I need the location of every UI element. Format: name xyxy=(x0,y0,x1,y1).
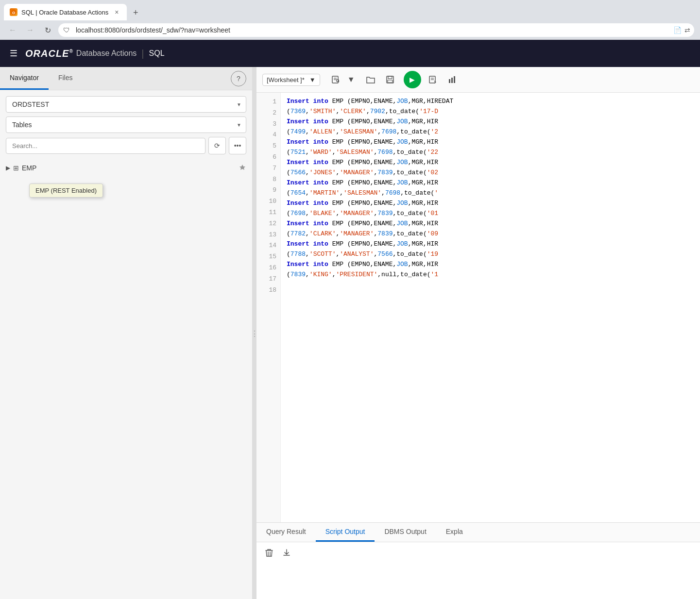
svg-rect-9 xyxy=(388,80,393,83)
toolbar-dropdown-arrow[interactable]: ▼ xyxy=(343,72,359,87)
new-tab-btn[interactable]: + xyxy=(129,6,142,19)
forward-btn[interactable]: → xyxy=(23,23,37,37)
oracle-registered-icon: ® xyxy=(69,49,73,54)
code-line: (7839,'KING','PRESIDENT',null,to_date('1 xyxy=(287,270,694,280)
code-line: Insert into EMP (EMPNO,ENAME,JOB,MGR,HIR xyxy=(287,199,694,209)
code-line: (7369,'SMITH','CLERK',7902,to_date('17-D xyxy=(287,107,694,117)
tab-dbms-output[interactable]: DBMS Output xyxy=(375,523,436,542)
help-btn[interactable]: ? xyxy=(231,71,246,86)
table-icon: ⊞ xyxy=(13,164,19,172)
sql-label: SQL xyxy=(149,49,165,58)
search-input[interactable] xyxy=(6,138,205,154)
line-number: 4 xyxy=(256,130,280,141)
tab-query-result[interactable]: Query Result xyxy=(256,523,316,542)
db-actions-label: Database Actions xyxy=(76,49,137,58)
schema-dropdown[interactable]: ORDSTEST xyxy=(6,96,246,113)
code-line: (7782,'CLARK','MANAGER',7839,to_date('09 xyxy=(287,229,694,239)
tooltip-text: EMP (REST Enabled) xyxy=(35,187,97,194)
code-line: (7566,'JONES','MANAGER',7839,to_date('02 xyxy=(287,168,694,178)
line-number: 10 xyxy=(256,196,280,207)
tree-item-emp[interactable]: ▶ ⊞ EMP xyxy=(0,160,252,176)
schema-dropdown-wrapper: ORDSTEST xyxy=(6,96,246,113)
search-row: ⟳ ••• xyxy=(6,137,246,154)
run-btn[interactable]: ▶ xyxy=(404,71,421,88)
tree-container: ▶ ⊞ EMP EMP (REST Enabled) xyxy=(0,160,252,176)
refresh-objects-btn[interactable]: ⟳ xyxy=(208,137,226,154)
new-script-btn[interactable] xyxy=(328,72,343,87)
code-editor[interactable]: 123456789101112131415161718 Insert into … xyxy=(256,93,700,522)
tab-bar: O SQL | Oracle Database Actions × + xyxy=(0,0,700,20)
tab-title: SQL | Oracle Database Actions xyxy=(21,9,108,16)
line-number: 13 xyxy=(256,230,280,241)
svg-rect-14 xyxy=(451,78,453,83)
delete-results-btn[interactable] xyxy=(262,546,276,560)
svg-text:O: O xyxy=(12,11,15,15)
svg-rect-13 xyxy=(449,79,450,83)
tab-script-output[interactable]: Script Output xyxy=(316,523,375,542)
line-number: 16 xyxy=(256,263,280,274)
line-number: 7 xyxy=(256,163,280,174)
hamburger-menu-icon[interactable]: ☰ xyxy=(10,48,17,59)
editor-toolbar: [Worksheet ]* ▼ ▼ xyxy=(256,67,700,93)
tab-close-btn[interactable]: × xyxy=(112,8,121,17)
left-panel: Navigator Files ? ORDSTEST Tables ⟳ xyxy=(0,67,253,599)
app-header: ☰ ORACLE® Database Actions | SQL xyxy=(0,40,700,67)
code-line: Insert into EMP (EMPNO,ENAME,JOB,MGR,HIR… xyxy=(287,97,694,107)
address-bar-wrapper: 🛡 📄 ⇄ xyxy=(58,23,694,37)
panel-tabs-row: Navigator Files ? xyxy=(0,67,252,90)
line-number: 3 xyxy=(256,119,280,130)
bottom-toolbar xyxy=(256,542,700,564)
svg-rect-15 xyxy=(454,76,455,83)
emp-table-label: EMP xyxy=(22,164,36,172)
address-bar: ← → ↻ 🛡 📄 ⇄ xyxy=(0,20,700,40)
worksheet-dropdown[interactable]: [Worksheet ]* ▼ xyxy=(262,74,320,86)
code-line: (7499,'ALLEN','SALESMAN',7698,to_date('2 xyxy=(287,127,694,137)
open-file-btn[interactable] xyxy=(363,72,378,87)
code-line: (7788,'SCOTT','ANALYST',7566,to_date('19 xyxy=(287,250,694,260)
toolbar-btn-group-left: ▼ xyxy=(328,72,359,87)
browser-tab-active[interactable]: O SQL | Oracle Database Actions × xyxy=(4,4,127,20)
code-line: (7698,'BLAKE','MANAGER',7839,to_date('01 xyxy=(287,209,694,219)
page-icon: 📄 xyxy=(673,26,682,34)
oracle-logo-text: ORACLE® xyxy=(25,48,73,59)
line-number: 14 xyxy=(256,240,280,251)
line-number: 17 xyxy=(256,274,280,285)
line-number: 12 xyxy=(256,218,280,230)
main-content: Navigator Files ? ORDSTEST Tables ⟳ xyxy=(0,67,700,599)
oracle-logo: ORACLE® Database Actions | SQL xyxy=(25,48,165,59)
shield-icon: 🛡 xyxy=(63,26,70,34)
tooltip-emp-rest: EMP (REST Enabled) xyxy=(29,183,103,198)
code-line: Insert into EMP (EMPNO,ENAME,JOB,MGR,HIR xyxy=(287,260,694,270)
back-btn[interactable]: ← xyxy=(6,23,19,37)
export-btn[interactable] xyxy=(425,72,441,87)
more-icon: ••• xyxy=(234,142,241,150)
tab-files[interactable]: Files xyxy=(49,67,83,90)
panel-controls: ORDSTEST Tables ⟳ ••• xyxy=(0,90,252,160)
line-number: 11 xyxy=(256,207,280,218)
code-line: Insert into EMP (EMPNO,ENAME,JOB,MGR,HIR xyxy=(287,117,694,127)
save-btn[interactable] xyxy=(382,72,398,87)
code-line: Insert into EMP (EMPNO,ENAME,JOB,MGR,HIR xyxy=(287,239,694,250)
worksheet-label: [Worksheet ]* xyxy=(267,76,305,83)
chart-btn[interactable] xyxy=(444,72,460,87)
download-results-btn[interactable] xyxy=(280,546,293,560)
tree-arrow-icon: ▶ xyxy=(6,165,10,171)
dropdown-arrow-icon: ▼ xyxy=(347,75,355,84)
line-number: 1 xyxy=(256,97,280,108)
tab-navigator[interactable]: Navigator xyxy=(0,67,49,90)
code-line: (7521,'WARD','SALESMAN',7698,to_date('22 xyxy=(287,148,694,158)
refresh-btn[interactable]: ↻ xyxy=(41,23,54,37)
refresh-icon: ⟳ xyxy=(214,142,220,150)
run-icon: ▶ xyxy=(410,76,415,83)
code-line: Insert into EMP (EMPNO,ENAME,JOB,MGR,HIR xyxy=(287,137,694,148)
more-options-btn[interactable]: ••• xyxy=(229,137,246,154)
object-type-dropdown[interactable]: Tables xyxy=(6,116,246,133)
code-content[interactable]: Insert into EMP (EMPNO,ENAME,JOB,MGR,HIR… xyxy=(281,93,700,522)
url-input[interactable] xyxy=(58,23,694,37)
code-line: Insert into EMP (EMPNO,ENAME,JOB,MGR,HIR xyxy=(287,158,694,168)
line-number: 8 xyxy=(256,174,280,185)
pip-icon: ⇄ xyxy=(684,26,690,34)
resize-handle[interactable] xyxy=(253,67,256,599)
tab-explain[interactable]: Expla xyxy=(436,523,473,542)
tab-favicon: O xyxy=(10,8,17,16)
